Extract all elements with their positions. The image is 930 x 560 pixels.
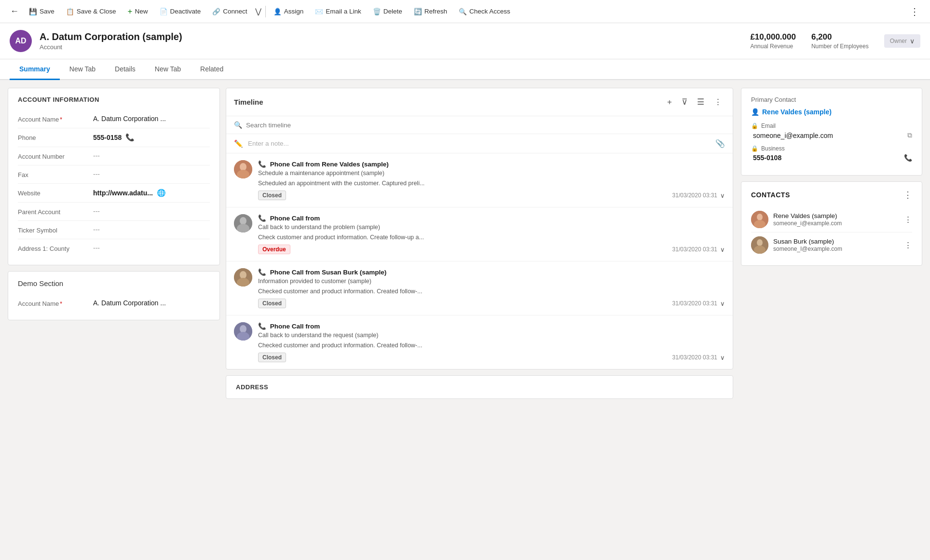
save-button[interactable]: 💾 Save: [23, 0, 60, 23]
avatar: [234, 268, 252, 287]
check-access-button[interactable]: 🔍 Check Access: [453, 0, 516, 23]
contact-item-more-button[interactable]: ⋮: [904, 240, 912, 250]
email-link-button[interactable]: ✉️ Email a Link: [309, 0, 367, 23]
business-field-block: 🔒 Business 555-0108 📞: [751, 145, 912, 162]
timeline-item-time: 31/03/2020 03:31: [672, 246, 717, 253]
timeline-add-button[interactable]: +: [664, 96, 675, 109]
refresh-button[interactable]: 🔄 Refresh: [408, 0, 453, 23]
field-label-website: Website: [18, 189, 85, 197]
phone-call-icon: 📞: [258, 161, 266, 168]
email-value: someone_i@example.com: [753, 132, 833, 139]
phone-icon[interactable]: 📞: [125, 133, 135, 142]
save-close-button[interactable]: 📋 Save & Close: [60, 0, 122, 23]
new-button[interactable]: + New: [122, 0, 154, 23]
record-header: AD A. Datum Corporation (sample) Account…: [0, 23, 930, 59]
assign-icon: 👤: [274, 8, 282, 15]
phone-call-icon: 📞: [258, 215, 266, 222]
contact-item: Susan Burk (sample) someone_I@example.co…: [751, 232, 912, 258]
expand-icon[interactable]: ∨: [720, 246, 725, 253]
svg-point-13: [757, 214, 763, 220]
field-value-phone: 555-0158 📞: [93, 133, 210, 142]
field-label-account-number: Account Number: [18, 152, 85, 160]
tab-newtab1[interactable]: New Tab: [60, 59, 105, 80]
field-account-name: Account Name* A. Datum Corporation ...: [18, 110, 210, 128]
timeline-item-content: 📞 Phone Call from Rene Valdes (sample) S…: [258, 160, 725, 200]
expand-icon[interactable]: ∨: [720, 300, 725, 307]
avatar: [234, 322, 252, 341]
connect-dropdown[interactable]: ⋁: [253, 7, 263, 16]
globe-icon[interactable]: 🌐: [157, 189, 166, 197]
timeline-search: 🔍: [226, 116, 733, 134]
timeline-item-time-row: 31/03/2020 03:31 ∨: [672, 300, 725, 307]
save-icon: 💾: [29, 8, 37, 15]
assign-button[interactable]: 👤 Assign: [268, 0, 310, 23]
field-value-ticker: ---: [93, 226, 210, 233]
field-address-county: Address 1: County ---: [18, 239, 210, 257]
svg-point-16: [757, 239, 763, 246]
annual-revenue-value: £10,000.000: [750, 32, 796, 42]
tab-related[interactable]: Related: [191, 59, 233, 80]
note-placeholder-text[interactable]: Enter a note...: [248, 140, 711, 147]
business-value-row: 555-0108 📞: [751, 154, 912, 162]
primary-contact-card: Primary Contact 👤 Rene Valdes (sample) 🔒…: [741, 88, 922, 176]
avatar: [234, 160, 252, 178]
field-account-number: Account Number ---: [18, 147, 210, 165]
email-label: 🔒 Email: [751, 123, 912, 129]
avatar: [234, 214, 252, 232]
timeline-search-input[interactable]: [246, 122, 725, 129]
toolbar-divider: [265, 6, 266, 17]
expand-icon[interactable]: ∨: [720, 192, 725, 199]
contacts-more-button[interactable]: ⋮: [903, 190, 912, 200]
timeline-item-footer: Closed 31/03/2020 03:31 ∨: [258, 299, 725, 308]
account-info-title: ACCOUNT INFORMATION: [18, 96, 210, 103]
phone-call-icon: 📞: [258, 323, 266, 330]
field-label-ticker: Ticker Symbol: [18, 226, 85, 234]
more-actions-button[interactable]: ⋮: [905, 6, 924, 17]
toolbar: ← 💾 Save 📋 Save & Close + New 📄 Deactiva…: [0, 0, 930, 23]
copy-icon[interactable]: ⧉: [907, 131, 912, 139]
connect-button[interactable]: 🔗 Connect: [206, 0, 253, 23]
timeline-filter-button[interactable]: ⊽: [679, 95, 690, 109]
back-button[interactable]: ←: [6, 3, 23, 20]
contact-item-more-button[interactable]: ⋮: [904, 215, 912, 225]
address-title: ADDRESS: [236, 383, 723, 391]
field-website: Website http://www.adatu... 🌐: [18, 184, 210, 203]
business-label: 🔒 Business: [751, 145, 912, 152]
tab-summary[interactable]: Summary: [10, 59, 60, 80]
timeline-item-desc1: Call back to understand the problem (sam…: [258, 223, 725, 232]
left-panel: ACCOUNT INFORMATION Account Name* A. Dat…: [8, 88, 220, 560]
deactivate-icon: 📄: [160, 8, 168, 15]
timeline-item: 📞 Phone Call from Susan Burk (sample) In…: [226, 261, 733, 315]
timeline-item-desc2: Checked customer and product information…: [258, 341, 725, 350]
timeline-item-title: 📞 Phone Call from Rene Valdes (sample): [258, 160, 725, 168]
owner-selector[interactable]: Owner ∨: [884, 34, 920, 48]
field-value-fax: ---: [93, 170, 210, 178]
tab-newtab2[interactable]: New Tab: [145, 59, 191, 80]
timeline-item-desc1: Call back to understand the request (sam…: [258, 331, 725, 340]
header-stats: £10,000.000 Annual Revenue 6,200 Number …: [750, 32, 920, 50]
field-value-demo-account-name: A. Datum Corporation ...: [93, 299, 210, 307]
timeline-more-button[interactable]: ⋮: [711, 95, 725, 109]
status-badge: Closed: [258, 191, 286, 200]
field-value-account-name: A. Datum Corporation ...: [93, 115, 210, 123]
contact-info: Susan Burk (sample) someone_I@example.co…: [773, 238, 899, 252]
timeline-sort-button[interactable]: ☰: [694, 95, 707, 109]
new-icon: +: [128, 7, 133, 16]
phone-call-icon[interactable]: 📞: [904, 154, 912, 162]
deactivate-button[interactable]: 📄 Deactivate: [154, 0, 207, 23]
timeline-item-time-row: 31/03/2020 03:31 ∨: [672, 192, 725, 199]
delete-button[interactable]: 🗑️ Delete: [367, 0, 408, 23]
avatar: [751, 236, 768, 254]
contact-item: Rene Valdes (sample) someone_i@example.c…: [751, 207, 912, 232]
timeline-item: 📞 Phone Call from Call back to understan…: [226, 207, 733, 261]
primary-contact-label: Primary Contact: [751, 96, 912, 103]
refresh-icon: 🔄: [414, 8, 422, 15]
paperclip-icon[interactable]: 📎: [715, 139, 725, 148]
main-content: ACCOUNT INFORMATION Account Name* A. Dat…: [0, 80, 930, 560]
tab-details[interactable]: Details: [105, 59, 145, 80]
expand-icon[interactable]: ∨: [720, 354, 725, 361]
timeline-item-time: 31/03/2020 03:31: [672, 300, 717, 307]
primary-contact-link[interactable]: 👤 Rene Valdes (sample): [751, 108, 912, 116]
address-section: ADDRESS: [226, 375, 733, 399]
timeline-items: 📞 Phone Call from Rene Valdes (sample) S…: [226, 153, 733, 369]
